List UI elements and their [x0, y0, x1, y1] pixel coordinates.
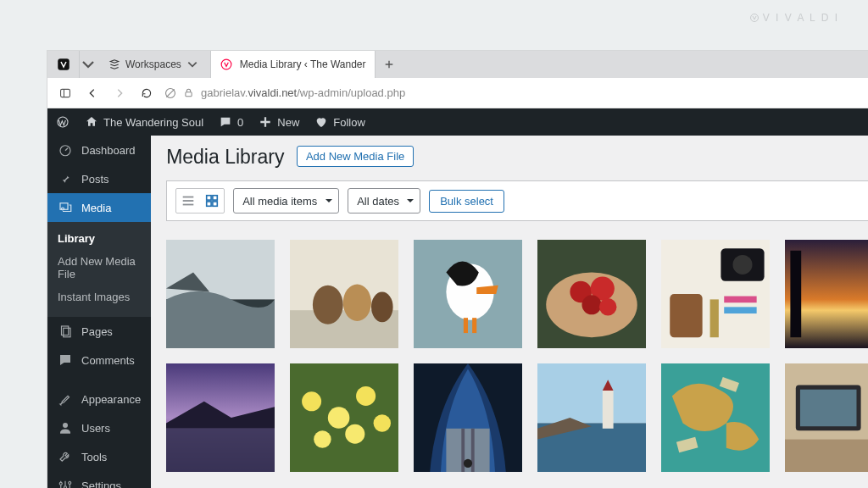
tab-title: Media Library ‹ The Wander	[240, 58, 366, 70]
media-grid	[166, 240, 868, 472]
svg-point-14	[63, 423, 68, 428]
media-item[interactable]	[290, 240, 398, 348]
svg-rect-38	[472, 318, 476, 333]
media-item[interactable]	[166, 240, 275, 348]
svg-rect-37	[464, 318, 468, 333]
svg-point-58	[302, 391, 321, 411]
tracker-shield-icon	[164, 87, 176, 99]
nav-back-button[interactable]	[86, 87, 98, 99]
svg-rect-28	[166, 240, 275, 299]
plus-icon	[259, 115, 272, 129]
svg-rect-50	[724, 297, 756, 303]
sidebar-item-label: Users	[81, 422, 110, 435]
svg-point-47	[733, 255, 753, 274]
pin-icon	[58, 171, 73, 186]
media-item[interactable]	[290, 363, 398, 472]
svg-rect-71	[603, 391, 614, 429]
media-item[interactable]	[537, 240, 646, 348]
url-text: gabrielav.vivaldi.net/wp-admin/upload.ph…	[201, 86, 405, 99]
sidebar-item-posts[interactable]: Posts	[47, 164, 151, 193]
filter-dates[interactable]: All dates	[348, 188, 420, 214]
svg-point-2	[221, 59, 231, 69]
sidebar-item-label: Dashboard	[81, 144, 136, 157]
media-item[interactable]	[414, 240, 522, 348]
svg-rect-49	[710, 299, 719, 337]
sidebar-item-dashboard[interactable]: Dashboard	[47, 136, 151, 164]
view-list-button[interactable]	[176, 189, 200, 213]
sidebar-item-users[interactable]: Users	[47, 413, 151, 442]
sidebar-item-label: Posts	[81, 173, 109, 186]
svg-point-33	[343, 284, 371, 321]
media-item[interactable]	[661, 363, 770, 472]
browser-tab[interactable]: Media Library ‹ The Wander	[211, 51, 376, 78]
media-filter-bar: All media items All dates Bulk select	[166, 180, 868, 221]
sidebar-item-comments[interactable]: Comments	[47, 346, 151, 374]
svg-rect-12	[62, 326, 69, 336]
svg-rect-26	[207, 202, 211, 206]
reload-button[interactable]	[141, 87, 153, 99]
new-content-button[interactable]: New	[259, 115, 299, 129]
media-item[interactable]	[785, 240, 868, 348]
svg-point-34	[371, 291, 393, 322]
new-tab-button[interactable]	[376, 51, 403, 78]
follow-label: Follow	[333, 116, 365, 129]
svg-rect-25	[213, 196, 217, 200]
svg-rect-53	[791, 251, 802, 337]
svg-rect-23	[183, 204, 194, 206]
comments-link[interactable]: 0	[219, 115, 243, 129]
media-item[interactable]	[537, 363, 646, 472]
sidebar-sub-add-new[interactable]: Add New Media File	[47, 250, 151, 286]
sidebar-item-label: Appearance	[81, 393, 141, 406]
sidebar-item-settings[interactable]: Settings	[47, 471, 151, 488]
wp-logo-button[interactable]	[56, 115, 70, 129]
workspaces-label: Workspaces	[125, 58, 181, 70]
home-icon	[85, 115, 98, 129]
svg-point-18	[59, 482, 62, 485]
media-icon	[58, 200, 73, 215]
sidebar-item-label: Pages	[81, 325, 113, 338]
media-item[interactable]	[661, 240, 770, 348]
sidebar-item-pages[interactable]: Pages	[47, 317, 151, 346]
menu-chevron-icon[interactable]	[80, 51, 97, 78]
vivaldi-watermark: V I V A L D I	[749, 12, 839, 24]
svg-rect-48	[670, 294, 702, 337]
nav-forward-button[interactable]	[114, 87, 125, 99]
svg-rect-1	[58, 58, 70, 70]
pages-icon	[58, 324, 73, 339]
sidebar-sub-instant-images[interactable]: Instant Images	[47, 286, 151, 308]
vivaldi-menu-button[interactable]	[47, 51, 80, 78]
media-item[interactable]	[414, 363, 522, 472]
workspaces-button[interactable]: Workspaces	[97, 51, 211, 78]
bulk-select-button[interactable]: Bulk select	[429, 190, 504, 213]
sidebar-item-tools[interactable]: Tools	[47, 442, 151, 471]
view-switch	[175, 188, 225, 214]
tab-strip: Workspaces Media Library ‹ The Wander	[47, 51, 868, 78]
sidebar-item-appearance[interactable]: Appearance	[47, 385, 151, 413]
new-label: New	[277, 116, 299, 129]
sidebar-item-label: Media	[81, 202, 111, 214]
svg-line-6	[166, 89, 174, 97]
sliders-icon	[58, 478, 73, 488]
gauge-icon	[58, 142, 73, 158]
add-new-media-button[interactable]: Add New Media File	[297, 146, 414, 167]
svg-point-62	[374, 414, 391, 431]
chevron-down-icon	[186, 58, 198, 70]
heart-icon	[314, 115, 328, 129]
panel-toggle-icon[interactable]	[59, 87, 71, 99]
wrench-icon	[58, 449, 73, 464]
sidebar-item-label: Settings	[81, 480, 121, 489]
media-item[interactable]	[785, 363, 868, 472]
site-home-link[interactable]: The Wandering Soul	[85, 115, 203, 129]
filter-media-type[interactable]: All media items	[233, 188, 339, 214]
svg-point-20	[69, 482, 71, 485]
page-title: Media Library	[166, 146, 284, 169]
sidebar-item-media[interactable]: Media	[47, 193, 151, 222]
view-grid-button[interactable]	[200, 189, 224, 213]
svg-point-59	[328, 407, 350, 429]
follow-button[interactable]: Follow	[314, 115, 365, 129]
url-field[interactable]: gabrielav.vivaldi.net/wp-admin/upload.ph…	[164, 86, 405, 99]
comment-icon	[58, 352, 73, 368]
svg-rect-69	[537, 363, 646, 423]
media-item[interactable]	[166, 363, 275, 472]
sidebar-sub-library[interactable]: Library	[47, 227, 151, 250]
